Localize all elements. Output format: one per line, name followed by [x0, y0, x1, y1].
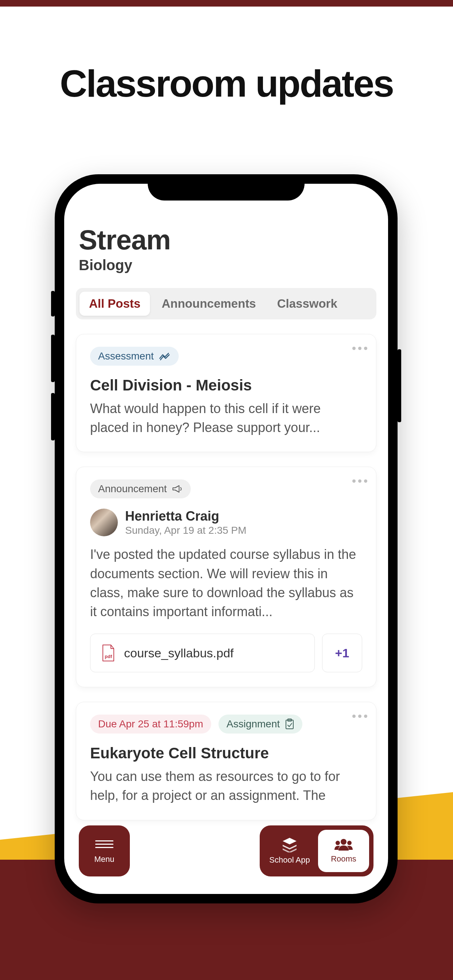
author-name: Henrietta Craig: [125, 509, 247, 524]
class-subject: Biology: [76, 257, 376, 274]
attachment-row: pdf course_syllabus.pdf +1: [90, 634, 362, 672]
post-due-pill: Due Apr 25 at 11:59pm: [90, 714, 211, 733]
switch-school-app[interactable]: School App: [264, 830, 315, 872]
side-button: [51, 393, 55, 441]
svg-text:pdf: pdf: [105, 654, 112, 659]
post-card[interactable]: Due Apr 25 at 11:59pm Assignment Eukaryo…: [76, 702, 376, 820]
bottom-nav: Menu School App Rooms: [79, 826, 373, 877]
filter-tabs: All Posts Announcements Classwork: [76, 288, 376, 320]
avatar[interactable]: [90, 509, 118, 536]
phone-frame: Stream Biology All Posts Announcements C…: [55, 174, 397, 904]
post-tag-assignment: Assignment: [219, 714, 302, 733]
tab-announcements[interactable]: Announcements: [152, 292, 266, 316]
attachment-filename: course_syllabus.pdf: [124, 646, 234, 660]
tab-all-posts[interactable]: All Posts: [80, 292, 150, 316]
tag-label: Announcement: [98, 483, 167, 495]
post-body: I've posted the updated course syllabus …: [90, 545, 362, 621]
svg-point-3: [341, 839, 346, 845]
svg-point-5: [347, 841, 352, 845]
marketing-headline: Classroom updates: [0, 62, 453, 105]
post-tag-announcement: Announcement: [90, 479, 191, 498]
hamburger-icon: [95, 838, 113, 850]
post-menu-button[interactable]: [353, 479, 367, 483]
switch-label: School App: [269, 855, 309, 865]
post-title: Cell Division - Meiosis: [90, 377, 362, 394]
attachment-more-button[interactable]: +1: [322, 634, 362, 672]
menu-label: Menu: [94, 854, 114, 864]
pdf-icon: pdf: [101, 644, 115, 662]
clipboard-check-icon: [285, 719, 294, 730]
post-title: Eukaryote Cell Structure: [90, 745, 362, 762]
post-timestamp: Sunday, Apr 19 at 2:35 PM: [125, 525, 247, 536]
menu-button[interactable]: Menu: [79, 826, 130, 877]
post-body: What would happen to this cell if it wer…: [90, 399, 362, 437]
chart-line-icon: [159, 352, 171, 361]
switch-rooms[interactable]: Rooms: [318, 830, 369, 872]
tag-label: Assessment: [98, 350, 154, 362]
post-author-row: Henrietta Craig Sunday, Apr 19 at 2:35 P…: [90, 509, 362, 536]
top-accent-band: [0, 0, 453, 6]
people-icon: [333, 838, 354, 851]
side-button: [51, 335, 55, 382]
side-button: [397, 349, 401, 422]
attachment-more-label: +1: [335, 646, 349, 660]
due-label: Due Apr 25 at 11:59pm: [98, 718, 203, 730]
svg-point-4: [335, 841, 340, 845]
stack-icon: [281, 837, 298, 853]
phone-screen: Stream Biology All Posts Announcements C…: [64, 184, 388, 894]
page-title: Stream: [76, 224, 376, 256]
post-menu-button[interactable]: [353, 347, 367, 350]
tab-classwork[interactable]: Classwork: [268, 292, 347, 316]
switch-label: Rooms: [331, 854, 356, 864]
tag-label: Assignment: [226, 718, 280, 730]
post-card[interactable]: Announcement Henrietta Craig Sunday, Apr…: [76, 467, 376, 687]
megaphone-icon: [172, 484, 183, 494]
post-card[interactable]: Assessment Cell Division - Meiosis What …: [76, 334, 376, 452]
post-tag-assessment: Assessment: [90, 347, 179, 366]
post-menu-button[interactable]: [353, 714, 367, 718]
attachment-file[interactable]: pdf course_syllabus.pdf: [90, 634, 315, 672]
side-button: [51, 291, 55, 317]
post-body: You can use them as resources to go to f…: [90, 767, 362, 805]
app-switcher: School App Rooms: [260, 826, 373, 877]
screen-content: Stream Biology All Posts Announcements C…: [64, 184, 388, 894]
